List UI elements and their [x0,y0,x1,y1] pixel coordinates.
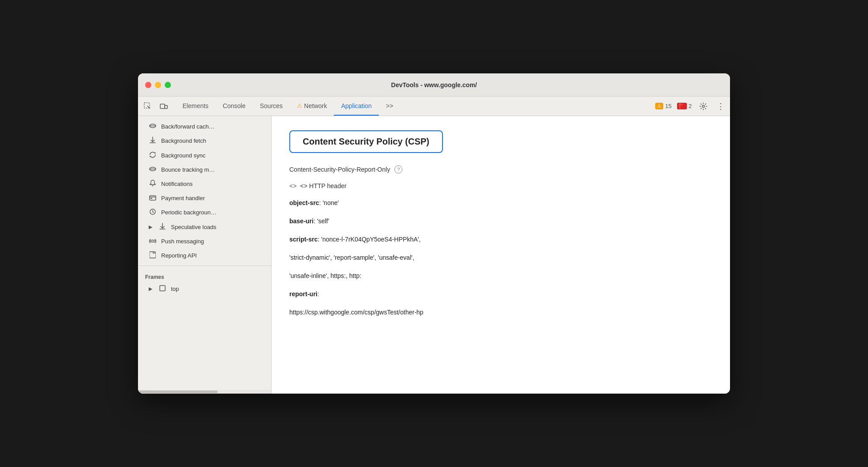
csp-value-strict-dynamic: 'strict-dynamic', 'report-sample', 'unsa… [289,253,712,262]
speculative-loads-icon [158,223,166,231]
close-button[interactable] [145,82,151,88]
toolbar: Elements Console Sources ⚠ Network Appli… [138,97,730,116]
bg-fetch-icon [149,137,157,145]
sidebar-item-back-forward[interactable]: Back/forward cach… [138,120,271,133]
toolbar-icons [142,100,170,113]
frame-icon [158,285,166,293]
warning-icon: ⚠ [655,103,663,109]
minimize-button[interactable] [155,82,161,88]
bg-sync-icon [149,151,157,160]
network-warning-icon: ⚠ [297,102,302,109]
svg-rect-9 [150,196,156,200]
sidebar-item-reporting-api[interactable]: Reporting API [138,248,271,263]
payment-handler-icon [149,194,157,202]
frames-expand-arrow-icon: ▶ [149,286,152,292]
sidebar-item-frames-top[interactable]: ▶ top [138,282,271,296]
settings-button[interactable] [697,100,710,113]
tab-list: Elements Console Sources ⚠ Network Appli… [175,97,400,116]
frames-section-title: Frames [138,269,271,282]
svg-rect-15 [160,286,165,291]
sidebar-scrollbar-thumb [138,391,218,393]
svg-rect-11 [150,198,152,199]
devtools-window: DevTools - www.google.com/ Elements [138,73,730,394]
tab-network[interactable]: ⚠ Network [290,97,334,116]
csp-value-base-uri: base-uri: 'self' [289,217,712,226]
push-messaging-icon [149,238,157,245]
main-content: Back/forward cach… Background fetch [138,116,730,394]
sidebar-item-push-messaging[interactable]: Push messaging [138,234,271,248]
csp-value-report-uri: report-uri: [289,290,712,299]
csp-value-report-uri-url: https://csp.withgoogle.com/csp/gwsTest/o… [289,308,712,317]
maximize-button[interactable] [165,82,171,88]
traffic-lights [145,82,171,88]
periodic-bg-icon [149,208,157,217]
device-toggle-button[interactable] [158,100,170,113]
sidebar: Back/forward cach… Background fetch [138,116,272,394]
sidebar-item-notifications[interactable]: Notifications [138,177,271,191]
svg-rect-1 [160,104,165,109]
tab-elements[interactable]: Elements [175,97,215,116]
reporting-api-icon [149,251,157,260]
csp-value-object-src: object-src: 'none' [289,198,712,208]
csp-value-script-src: script-src: 'nonce-l-7rK04QpY5oeS4-HPPkh… [289,235,712,244]
sidebar-item-bg-sync[interactable]: Background sync [138,148,271,163]
toolbar-right: ⚠ 15 🚩 2 ⋮ [655,100,726,113]
csp-values: object-src: 'none' base-uri: 'self' scri… [289,198,712,317]
help-icon[interactable]: ? [394,165,402,173]
svg-rect-2 [165,105,167,109]
content-area: Content Security Policy (CSP) Content-Se… [272,116,730,394]
window-title: DevTools - www.google.com/ [391,81,477,89]
back-forward-icon [149,123,157,130]
tab-sources[interactable]: Sources [253,97,290,116]
policy-row: Content-Security-Policy-Report-Only ? [289,165,712,173]
csp-title: Content Security Policy (CSP) [303,137,430,146]
sidebar-item-bg-fetch[interactable]: Background fetch [138,133,271,148]
error-badge[interactable]: 🚩 2 [677,103,692,109]
http-header-icon: <> [289,182,296,189]
sidebar-item-payment-handler[interactable]: Payment handler [138,191,271,205]
error-icon: 🚩 [677,103,687,109]
overflow-menu-button[interactable]: ⋮ [715,100,726,113]
sidebar-item-speculative-loads[interactable]: ▶ Speculative loads [138,220,271,234]
http-header-label: <> HTTP header [300,182,346,189]
notifications-icon [149,180,157,188]
csp-value-unsafe-inline: 'unsafe-inline', https:, http: [289,271,712,281]
more-tabs-button[interactable]: >> [379,97,400,116]
tab-application[interactable]: Application [334,97,379,116]
tab-console[interactable]: Console [215,97,252,116]
expand-arrow-icon: ▶ [149,224,152,230]
sidebar-divider [138,266,271,266]
policy-name: Content-Security-Policy-Report-Only [289,166,390,173]
svg-point-14 [152,240,154,242]
sidebar-item-bounce-tracking[interactable]: Bounce tracking m… [138,163,271,177]
svg-point-3 [702,105,705,107]
sidebar-item-periodic-bg[interactable]: Periodic backgroun… [138,205,271,220]
http-header-row: <> <> HTTP header [289,182,712,189]
title-bar: DevTools - www.google.com/ [138,73,730,97]
inspect-element-button[interactable] [142,100,154,113]
csp-title-box: Content Security Policy (CSP) [289,130,443,153]
warning-badge[interactable]: ⚠ 15 [655,103,671,109]
sidebar-bottom-scrollbar[interactable] [138,390,271,394]
bounce-tracking-icon [149,166,157,173]
